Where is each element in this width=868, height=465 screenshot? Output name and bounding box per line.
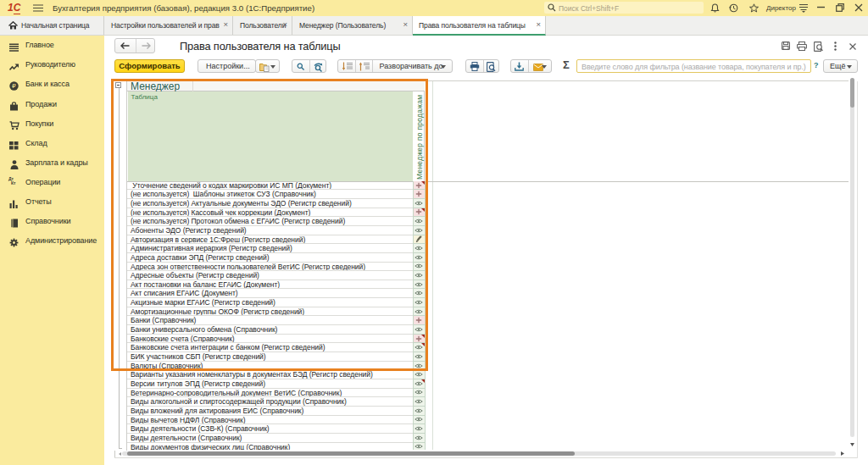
svg-text:₽: ₽: [12, 83, 16, 91]
